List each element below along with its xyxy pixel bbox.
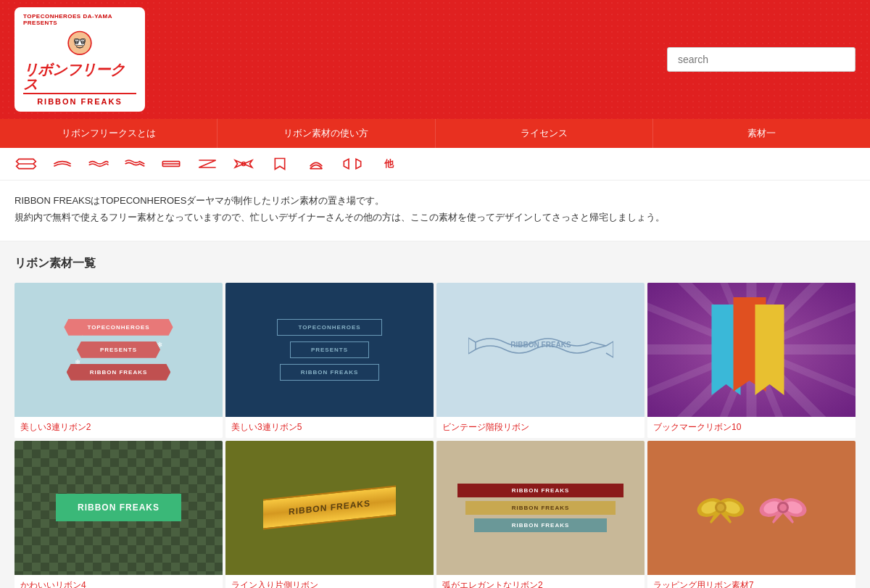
logo-title-row [62,26,98,62]
ribbon-card-6[interactable]: RIBBON FREAKS ライン入り片側リボン [225,441,434,588]
other-icon[interactable]: 他 [377,157,400,170]
description-line2: 規約内で無料で使えるフリー素材となっていますので、忙しいデザイナーさんその他の方… [14,209,856,225]
ribbon-thumb-3: RIBBON FREAKS [436,283,645,417]
flat-ribbon-icon[interactable] [14,155,38,173]
search-area [667,47,856,72]
section-title: リボン素材一覧 [14,256,856,271]
ribbon-thumb-4 [647,283,856,417]
ribbon-card-2[interactable]: TOPECONHEROES PRESENTS RIBBON FREAKS 美しい… [225,283,434,438]
ribbon-label-5: かわいいリボン4 [14,575,223,588]
cup-ribbon-icon[interactable] [304,155,328,173]
ribbon-thumb-7: RIBBON FREAKS RIBBON FREAKS RIBBON FREAK… [436,441,645,575]
ribbon-thumb-1: ❄ ❄ ❄ TOPECONHEROES PRESENTS RIBBON FREA… [14,283,223,417]
nav-item-about[interactable]: リボンフリークスとは [0,119,218,148]
nav-item-materials[interactable]: 素材一 [653,119,870,148]
nav-item-usage[interactable]: リボン素材の使い方 [218,119,435,148]
description-area: RIBBON FREAKSはTOPECONHEROESダーヤマが制作したリボン素… [0,181,870,241]
icon-bar: 他 [0,148,870,181]
site-header: TOPECONHEROES DA-YAMA PRESENTS [0,0,870,119]
ribbon-thumb-2: TOPECONHEROES PRESENTS RIBBON FREAKS [225,283,434,417]
ribbon-label-7: 弧がエレガントなリボン2 [436,575,645,588]
description-line1: RIBBON FREAKSはTOPECONHEROESダーヤマが制作したリボン素… [14,192,856,209]
logo-top-text: TOPECONHEROES DA-YAMA PRESENTS [23,13,136,26]
logo-main-text: リボンフリークス [23,62,136,91]
bow-ribbon-icon[interactable] [232,155,255,173]
ribbon-label-4: ブックマークリボン10 [647,417,856,438]
ribbon-label-6: ライン入り片側リボン [225,575,434,588]
curved-ribbon-icon[interactable] [51,155,74,173]
ribbon-card-5[interactable]: RIBBON FREAKS かわいいリボン4 [14,441,223,588]
z-ribbon-icon[interactable] [196,155,219,173]
flat-ribbon-2-icon[interactable] [160,155,183,173]
ribbon-card-4[interactable]: ブックマークリボン10 [647,283,856,438]
ribbon-thumb-8 [647,441,856,575]
logo-character-icon [62,26,98,62]
logo-area: TOPECONHEROES DA-YAMA PRESENTS [14,7,145,112]
logo-sub-text: RIBBON FREAKS [37,97,123,106]
ribbon-thumb-6: RIBBON FREAKS [225,441,434,575]
ribbon-label-8: ラッピング用リボン素材7 [647,575,856,588]
nav-item-license[interactable]: ライセンス [436,119,653,148]
bookmark-ribbon-icon[interactable] [268,155,291,173]
logo-box: TOPECONHEROES DA-YAMA PRESENTS [14,7,145,112]
ribbon-card-7[interactable]: RIBBON FREAKS RIBBON FREAKS RIBBON FREAK… [436,441,645,588]
ribbon-label-3: ビンテージ階段リボン [436,417,645,438]
svg-text:RIBBON FREAKS: RIBBON FREAKS [510,341,571,349]
wave-ribbon-icon[interactable] [87,155,110,173]
corner-ribbon-icon[interactable] [341,155,364,173]
wave-ribbon-2-icon[interactable] [123,155,146,173]
ribbon-card-1[interactable]: ❄ ❄ ❄ TOPECONHEROES PRESENTS RIBBON FREA… [14,283,223,438]
nav-bar: リボンフリークスとは リボン素材の使い方 ライセンス 素材一 [0,119,870,148]
ribbon-label-1: 美しい3連リボン2 [14,417,223,438]
search-input[interactable] [667,47,856,72]
svg-point-35 [779,504,787,511]
ribbon-grid: ❄ ❄ ❄ TOPECONHEROES PRESENTS RIBBON FREA… [14,283,856,588]
ribbon-card-3[interactable]: RIBBON FREAKS ビンテージ階段リボン [436,283,645,438]
ribbon-card-8[interactable]: ラッピング用リボン素材7 [647,441,856,588]
ribbon-label-2: 美しい3連リボン5 [225,417,434,438]
content-area: リボン素材一覧 ❄ ❄ ❄ TOPECONHEROES PRESENTS RIB… [0,241,870,588]
svg-point-29 [717,504,724,511]
ribbon-thumb-5: RIBBON FREAKS [14,441,223,575]
